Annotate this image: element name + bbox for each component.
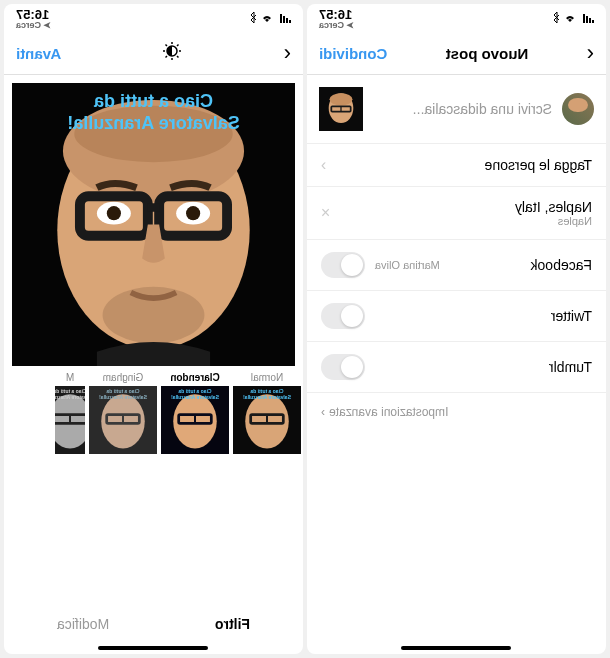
tumblr-label: Tumblr xyxy=(549,359,592,375)
new-post-screen: 16:57 ➤ Cerca ‹ Nuovo post Condividi Scr… xyxy=(307,4,606,654)
nav-bar: ‹ Nuovo post Condividi xyxy=(307,32,606,75)
facebook-label: Facebook xyxy=(531,257,592,273)
nav-title: Nuovo post xyxy=(446,45,529,62)
face-image xyxy=(319,87,363,131)
svg-point-33 xyxy=(103,287,205,344)
share-twitter-row: Twitter xyxy=(307,290,606,341)
status-bar: 16:57 ➤ Cerca xyxy=(307,4,606,32)
twitter-label: Twitter xyxy=(551,308,592,324)
filter-moon[interactable]: M Ciao a tutti daSalvatore Aranzulla! xyxy=(55,372,85,454)
signal-icon xyxy=(580,12,594,26)
svg-line-19 xyxy=(166,56,168,58)
advanced-settings-row[interactable]: Impostazioni avanzate › xyxy=(307,392,606,431)
bluetooth-icon xyxy=(250,12,257,26)
location-arrow-icon: ➤ xyxy=(43,21,51,30)
svg-rect-2 xyxy=(586,16,588,23)
location-row[interactable]: Naples, Italy Naples × xyxy=(307,186,606,239)
tab-filter[interactable]: Filtro xyxy=(215,616,250,632)
tag-people-row[interactable]: Tagga le persone › xyxy=(307,143,606,186)
svg-rect-1 xyxy=(589,18,591,23)
chevron-right-icon: › xyxy=(321,405,325,419)
location-label: Naples, Italy Naples xyxy=(515,199,592,227)
close-icon[interactable]: × xyxy=(321,204,330,222)
facebook-account: Martina Oliva xyxy=(375,259,440,271)
chevron-right-icon: › xyxy=(321,156,326,174)
back-button[interactable]: ‹ xyxy=(284,40,291,66)
share-facebook-row: Facebook Martina Oliva xyxy=(307,239,606,290)
back-button[interactable]: ‹ xyxy=(587,40,594,66)
text-overlay: Ciao a tutti da Salvatore Aranzulla! xyxy=(12,91,295,134)
filter-normal[interactable]: Normal Ciao a tutti daSalvatore Aranzull… xyxy=(233,372,301,454)
share-button[interactable]: Condividi xyxy=(319,45,387,62)
image-preview[interactable]: Ciao a tutti da Salvatore Aranzulla! xyxy=(12,83,295,366)
filter-screen: 16:57 ➤ Cerca ‹ Avanti xyxy=(4,4,303,654)
tumblr-toggle[interactable] xyxy=(321,354,365,380)
svg-point-6 xyxy=(330,93,353,105)
bluetooth-icon xyxy=(553,12,560,26)
home-indicator[interactable] xyxy=(99,646,209,650)
filter-gingham[interactable]: Gingham Ciao a tutti daSalvatore Aranzul… xyxy=(89,372,157,454)
compose-row: Scrivi una didascalia... xyxy=(307,75,606,143)
share-tumblr-row: Tumblr xyxy=(307,341,606,392)
svg-rect-12 xyxy=(280,14,282,23)
signal-icon xyxy=(277,12,291,26)
brightness-icon[interactable] xyxy=(162,41,182,66)
svg-line-18 xyxy=(177,44,179,46)
next-button[interactable]: Avanti xyxy=(16,45,61,62)
preview-area: Ciao a tutti da Salvatore Aranzulla! xyxy=(4,75,303,368)
filter-clarendon[interactable]: Clarendon Ciao a tutti daSalvatore Aranz… xyxy=(161,372,229,454)
location-arrow-icon: ➤ xyxy=(346,21,354,30)
svg-rect-11 xyxy=(283,16,285,23)
filter-strip[interactable]: Normal Ciao a tutti daSalvatore Aranzull… xyxy=(4,368,303,466)
status-bar: 16:57 ➤ Cerca xyxy=(4,4,303,32)
home-indicator[interactable] xyxy=(402,646,512,650)
caption-input[interactable]: Scrivi una didascalia... xyxy=(373,101,552,117)
status-search: ➤ Cerca xyxy=(319,21,354,30)
svg-line-20 xyxy=(177,56,179,58)
wifi-icon xyxy=(563,12,577,26)
twitter-toggle[interactable] xyxy=(321,303,365,329)
status-search: ➤ Cerca xyxy=(16,21,51,30)
post-thumbnail[interactable] xyxy=(319,87,363,131)
wifi-icon xyxy=(260,12,274,26)
tab-edit[interactable]: Modifica xyxy=(57,616,109,632)
svg-line-21 xyxy=(166,44,168,46)
tag-people-label: Tagga le persone xyxy=(485,157,592,173)
avatar xyxy=(562,93,594,125)
svg-rect-9 xyxy=(289,20,291,23)
svg-rect-0 xyxy=(592,20,594,23)
svg-rect-3 xyxy=(583,14,585,23)
svg-point-28 xyxy=(186,206,200,220)
nav-bar: ‹ Avanti xyxy=(4,32,303,75)
svg-point-29 xyxy=(107,206,121,220)
facebook-toggle[interactable] xyxy=(321,252,365,278)
svg-rect-10 xyxy=(286,18,288,23)
